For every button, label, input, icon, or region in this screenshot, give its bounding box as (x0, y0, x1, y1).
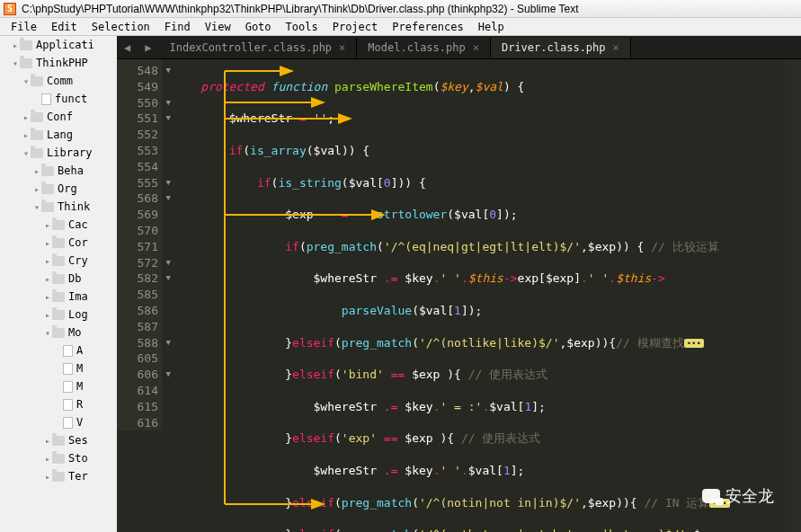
close-icon[interactable]: × (613, 41, 619, 54)
line-number: 548▼ (117, 63, 162, 79)
fold-marker-icon[interactable]: ▼ (166, 191, 171, 207)
line-number: 555▼ (117, 175, 162, 191)
folder-icon (52, 274, 65, 284)
tab[interactable]: Model.class.php× (357, 38, 491, 58)
tree-item[interactable]: ▸Ima (0, 288, 117, 306)
code-area[interactable]: 548▼549550▼551▼552553554555▼568▼56957057… (117, 59, 801, 532)
tree-item[interactable]: M (0, 377, 117, 395)
tree-label: Conf (47, 111, 73, 123)
fold-marker-icon[interactable]: ▼ (166, 63, 171, 79)
folder-icon (52, 238, 65, 248)
tree-label: Library (47, 146, 93, 159)
fold-icon[interactable]: ••• (684, 339, 704, 348)
tree-label: Cor (68, 236, 88, 249)
code-text[interactable]: protected function parseWhereItem($key,$… (173, 63, 801, 532)
close-icon[interactable]: × (339, 41, 345, 54)
tree-item[interactable]: ▸Conf (0, 108, 117, 126)
tree-item[interactable]: ▾Comm (0, 72, 117, 90)
fold-marker-icon[interactable]: ▼ (166, 367, 171, 383)
disclose-icon[interactable]: ▸ (32, 166, 41, 176)
gutter: 548▼549550▼551▼552553554555▼568▼56957057… (117, 59, 162, 430)
disclose-icon[interactable]: ▸ (11, 40, 20, 50)
tree-label: Db (68, 272, 81, 285)
line-number: 549 (117, 79, 162, 95)
menu-view[interactable]: View (198, 19, 238, 35)
disclose-icon[interactable]: ▸ (43, 220, 52, 230)
sidebar[interactable]: ▸Applicati▾ThinkPHP▾Commfunct▸Conf▸Lang▾… (0, 36, 117, 532)
tree-item[interactable]: ▾Library (0, 144, 117, 162)
tree-item[interactable]: ▸Cry (0, 252, 117, 270)
tab[interactable]: Driver.class.php× (491, 38, 631, 58)
disclose-icon[interactable]: ▸ (22, 130, 31, 140)
tree-item[interactable]: V (0, 413, 117, 431)
disclose-icon[interactable]: ▸ (22, 112, 31, 122)
tree-label: Lang (47, 129, 73, 141)
disclose-icon[interactable]: ▾ (43, 328, 52, 338)
disclose-icon[interactable]: ▸ (43, 472, 52, 482)
folder-icon (31, 130, 43, 140)
tabbar: ◀ ▶ IndexController.class.php×Model.clas… (117, 36, 801, 59)
tree-item[interactable]: A (0, 341, 117, 359)
tree-item[interactable]: ▸Org (0, 180, 117, 198)
tab[interactable]: IndexController.class.php× (158, 38, 357, 58)
disclose-icon[interactable]: ▸ (43, 436, 52, 446)
watermark: 安全龙 (702, 485, 774, 507)
menu-project[interactable]: Project (325, 19, 386, 35)
line-number: 588▼ (117, 335, 162, 351)
disclose-icon[interactable]: ▸ (43, 292, 52, 302)
disclose-icon[interactable]: ▸ (32, 184, 41, 194)
tree-item[interactable]: funct (0, 90, 117, 108)
menu-tools[interactable]: Tools (279, 19, 325, 35)
tree-label: M (76, 362, 83, 375)
disclose-icon[interactable]: ▸ (43, 454, 52, 464)
line-number: 606▼ (117, 367, 162, 383)
disclose-icon[interactable]: ▸ (43, 256, 52, 266)
menu-help[interactable]: Help (471, 19, 512, 35)
disclose-icon[interactable]: ▾ (11, 58, 20, 68)
menu-selection[interactable]: Selection (85, 19, 157, 35)
tree-item[interactable]: ▸Ter (0, 467, 117, 485)
disclose-icon[interactable]: ▸ (43, 238, 52, 248)
disclose-icon[interactable]: ▾ (32, 202, 41, 212)
editor-area: ◀ ▶ IndexController.class.php×Model.clas… (117, 36, 801, 532)
fold-marker-icon[interactable]: ▼ (166, 335, 171, 351)
disclose-icon[interactable]: ▾ (22, 148, 31, 158)
tree-item[interactable]: ▸Ses (0, 431, 117, 449)
fold-marker-icon[interactable]: ▼ (166, 175, 171, 191)
tree-item[interactable]: ▸Lang (0, 126, 117, 144)
fold-marker-icon[interactable]: ▼ (166, 95, 171, 111)
tree-label: Ima (68, 290, 88, 303)
tree-item[interactable]: R (0, 395, 117, 413)
minimap[interactable] (785, 59, 801, 532)
tree-item[interactable]: M (0, 359, 117, 377)
menu-file[interactable]: File (4, 19, 44, 35)
tree-item[interactable]: ▸Cac (0, 216, 117, 234)
close-icon[interactable]: × (473, 41, 479, 54)
nav-right-icon[interactable]: ▶ (138, 41, 158, 54)
menu-goto[interactable]: Goto (238, 19, 279, 35)
fold-marker-icon[interactable]: ▼ (166, 270, 171, 287)
tree-label: Comm (47, 75, 73, 87)
window-title: C:\phpStudy\PHPTutorial\WWW\thinkphp32\T… (22, 3, 579, 15)
disclose-icon[interactable]: ▾ (22, 76, 31, 86)
nav-left-icon[interactable]: ◀ (117, 41, 138, 54)
disclose-icon[interactable]: ▸ (43, 274, 52, 284)
tree-item[interactable]: ▸Db (0, 270, 117, 288)
file-icon (63, 399, 73, 411)
line-number: 605 (117, 350, 162, 367)
tree-item[interactable]: ▸Cor (0, 234, 117, 252)
tree-item[interactable]: ▾Think (0, 198, 117, 216)
menu-find[interactable]: Find (157, 19, 198, 35)
tree-item[interactable]: ▸Applicati (0, 36, 117, 54)
menu-edit[interactable]: Edit (44, 19, 85, 35)
tree-item[interactable]: ▾ThinkPHP (0, 54, 117, 72)
fold-marker-icon[interactable]: ▼ (166, 255, 171, 271)
fold-marker-icon[interactable]: ▼ (166, 111, 171, 127)
tree-item[interactable]: ▾Mo (0, 324, 117, 341)
tree-item[interactable]: ▸Sto (0, 449, 117, 467)
menu-preferences[interactable]: Preferences (385, 19, 470, 35)
tree-item[interactable]: ▸Beha (0, 162, 117, 180)
tree-item[interactable]: ▸Log (0, 306, 117, 324)
tree-label: Cry (68, 254, 88, 267)
disclose-icon[interactable]: ▸ (43, 310, 52, 320)
